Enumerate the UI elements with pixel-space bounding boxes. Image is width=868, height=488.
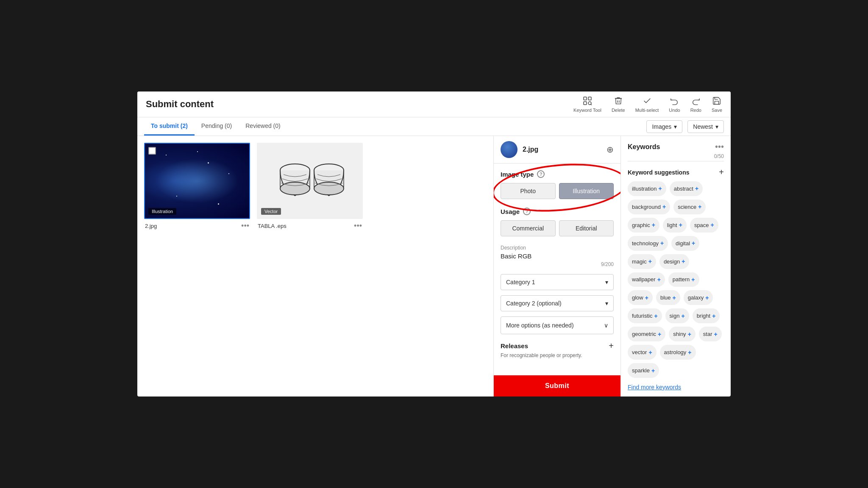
releases-add-button[interactable]: + [609, 341, 614, 351]
illustration-type-button[interactable]: Illustration [559, 183, 614, 199]
svg-rect-2 [584, 102, 587, 105]
file-thumbnail: Illustration [144, 143, 250, 219]
keyword-tag[interactable]: pattern+ [668, 272, 699, 287]
photo-type-button[interactable]: Photo [501, 183, 556, 199]
file-menu-button[interactable]: ••• [354, 222, 362, 230]
file-panel: Illustration 2.jpg ••• [137, 136, 493, 396]
keyword-tag[interactable]: illustration+ [628, 181, 666, 196]
keywords-header: Keywords ••• [621, 136, 731, 152]
save-icon [712, 96, 722, 106]
keyword-tag[interactable]: vector+ [628, 345, 657, 360]
find-more-keywords-link[interactable]: Find more keywords [621, 378, 731, 396]
submit-button[interactable]: Submit [494, 375, 620, 396]
delete-icon [613, 96, 623, 106]
tab-reviewed[interactable]: Reviewed (0) [239, 117, 287, 136]
keyword-tag[interactable]: magic+ [628, 254, 656, 269]
more-options-button[interactable]: More options (as needed) ∨ [501, 316, 614, 334]
keywords-count: 0/50 [621, 152, 731, 161]
image-type-buttons: Photo Illustration [501, 183, 614, 199]
multi-select-button[interactable]: Multi-select [635, 96, 659, 113]
tab-to-submit[interactable]: To submit (2) [144, 117, 195, 136]
keyword-tag[interactable]: shiny+ [669, 327, 696, 341]
keyword-suggestions-header: Keyword suggestions + [621, 161, 731, 181]
redo-icon [691, 96, 701, 106]
keyword-tag[interactable]: light+ [663, 218, 687, 233]
toolbar-actions: Keyword Tool Delete [573, 96, 722, 113]
char-count: 9/200 [501, 261, 614, 267]
main-content: Illustration 2.jpg ••• [137, 136, 731, 396]
usage-help-icon[interactable]: ? [523, 208, 531, 215]
description-value[interactable]: Basic RGB [501, 252, 614, 260]
sort-dropdown[interactable]: Newest ▾ [687, 120, 724, 133]
file-menu-button[interactable]: ••• [241, 222, 249, 230]
category1-dropdown[interactable]: Category 1 ▾ [501, 274, 614, 290]
keyword-tool-icon [582, 96, 593, 106]
save-button[interactable]: Save [712, 96, 722, 113]
detail-header: 2.jpg ⊕ [494, 136, 620, 164]
keyword-tag[interactable]: technology+ [628, 236, 668, 251]
keyword-tag[interactable]: futuristic+ [628, 308, 662, 323]
releases-section: Releases + For recognizable people or pr… [501, 341, 614, 358]
usage-section: Usage ? Commercial Editorial [501, 208, 614, 236]
keyword-tag[interactable]: bright+ [693, 308, 720, 323]
keyword-tag[interactable]: digital+ [671, 236, 699, 251]
keywords-title: Keywords [628, 143, 660, 151]
keyword-tag[interactable]: geometric+ [628, 327, 665, 341]
keyword-tag[interactable]: space+ [690, 218, 718, 233]
keyword-tag[interactable]: sparkle+ [628, 363, 659, 378]
app-window: Submit content Keyword Tool [137, 92, 731, 396]
svg-rect-1 [588, 97, 591, 100]
keyword-tag[interactable]: blue+ [656, 290, 680, 305]
file-name: 2.jpg [145, 223, 157, 229]
keyword-tool-button[interactable]: Keyword Tool [573, 96, 601, 113]
keyword-suggestions-label: Keyword suggestions [628, 169, 689, 176]
keyword-tag[interactable]: glow+ [628, 290, 653, 305]
filter-dropdown[interactable]: Images ▾ [646, 120, 682, 133]
svg-rect-5 [615, 98, 622, 99]
redo-button[interactable]: Redo [690, 96, 701, 113]
releases-label: Releases [501, 342, 528, 349]
keyword-tag[interactable]: graphic+ [628, 218, 659, 233]
keyword-tag[interactable]: star+ [699, 327, 722, 341]
page-title: Submit content [146, 99, 573, 110]
svg-point-3 [588, 102, 591, 105]
usage-buttons: Commercial Editorial [501, 220, 614, 236]
keyword-tag[interactable]: wallpaper+ [628, 272, 665, 287]
chevron-down-icon: ▾ [674, 123, 677, 130]
image-type-section: Image type ? Photo Illustration [501, 170, 614, 199]
keyword-tag[interactable]: astrology+ [660, 345, 696, 360]
keywords-panel: Keywords ••• 0/50 Keyword suggestions + … [620, 136, 731, 396]
file-checkbox[interactable] [148, 147, 156, 155]
avatar [501, 141, 517, 158]
detail-form: Image type ? Photo Illustration Usage ? [494, 164, 620, 375]
detail-filename: 2.jpg [523, 146, 601, 153]
keyword-tag[interactable]: design+ [659, 254, 690, 269]
keyword-add-all-button[interactable]: + [719, 167, 724, 177]
list-item[interactable]: Illustration 2.jpg ••• [144, 143, 250, 230]
keyword-tag[interactable]: science+ [673, 200, 706, 214]
tab-pending[interactable]: Pending (0) [195, 117, 239, 136]
keywords-menu-button[interactable]: ••• [715, 142, 724, 152]
toolbar: Submit content Keyword Tool [137, 92, 731, 117]
tabs-row: To submit (2) Pending (0) Reviewed (0) I… [137, 117, 731, 136]
svg-rect-6 [617, 97, 620, 98]
delete-button[interactable]: Delete [612, 96, 625, 113]
undo-button[interactable]: Undo [669, 96, 680, 113]
chevron-down-icon: ▾ [605, 300, 608, 307]
file-thumbnail: Vector [257, 143, 363, 219]
keyword-tag[interactable]: background+ [628, 200, 670, 214]
list-item[interactable]: Vector TABLA .eps ••• [257, 143, 363, 230]
commercial-button[interactable]: Commercial [501, 220, 556, 236]
category2-dropdown[interactable]: Category 2 (optional) ▾ [501, 295, 614, 311]
zoom-icon[interactable]: ⊕ [606, 144, 614, 155]
keyword-tags-container: illustration+abstract+background+science… [621, 181, 731, 378]
description-label: Description [501, 245, 614, 251]
drum-illustration [267, 149, 352, 213]
keyword-tag[interactable]: abstract+ [670, 181, 703, 196]
keyword-tag[interactable]: galaxy+ [684, 290, 713, 305]
chevron-down-icon: ▾ [715, 123, 718, 130]
editorial-button[interactable]: Editorial [559, 220, 614, 236]
help-icon[interactable]: ? [537, 170, 545, 178]
file-type-badge: Vector [261, 208, 281, 215]
keyword-tag[interactable]: sign+ [665, 308, 689, 323]
